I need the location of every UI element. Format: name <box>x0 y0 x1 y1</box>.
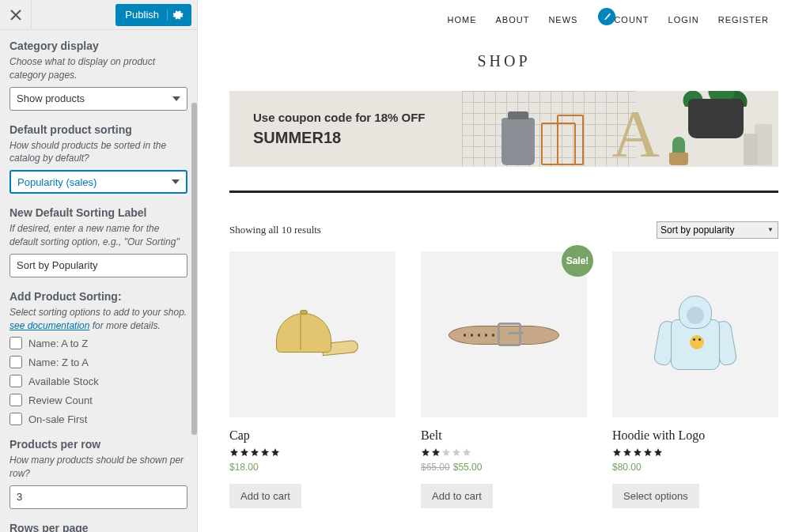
sort-label-desc: If desired, enter a new name for the def… <box>9 222 187 249</box>
checkbox-stock[interactable] <box>9 375 22 387</box>
add-to-cart-button[interactable]: Add to cart <box>421 484 493 508</box>
page-title: SHOP <box>198 52 810 70</box>
label-stock[interactable]: Available Stock <box>28 375 99 387</box>
publish-label: Publish <box>125 9 164 21</box>
product-card[interactable]: Sale! Belt $65.00$55.00 Add to cart <box>421 251 587 508</box>
checkbox-name-za[interactable] <box>9 356 22 368</box>
close-icon <box>10 9 21 21</box>
category-display-heading: Category display <box>9 40 187 52</box>
hoodie-illustration <box>652 291 739 378</box>
products-per-row-desc: How many products should be shown per ro… <box>9 454 187 481</box>
sale-badge: Sale! <box>562 245 593 277</box>
category-display-select[interactable]: Show products <box>9 87 187 111</box>
products-per-row-heading: Products per row <box>9 438 187 451</box>
product-title: Hoodie with Logo <box>612 428 778 443</box>
product-rating <box>229 447 396 457</box>
nav-news[interactable]: NEWS <box>539 10 587 29</box>
label-onsale[interactable]: On-sale First <box>28 413 87 425</box>
result-count: Showing all 10 results <box>229 224 321 236</box>
label-name-az[interactable]: Name: A to Z <box>28 338 88 349</box>
promo-banner: Use coupon code for 18% OFF SUMMER18 A <box>229 91 778 167</box>
checkbox-name-az[interactable] <box>9 337 22 349</box>
label-reviews[interactable]: Review Count <box>28 394 93 406</box>
banner-line2: SUMMER18 <box>253 129 426 147</box>
divider <box>229 191 778 193</box>
sidebar-body[interactable]: Category display Choose what to display … <box>0 30 197 532</box>
select-options-button[interactable]: Select options <box>612 484 699 508</box>
rows-per-page-heading: Rows per page <box>9 522 187 532</box>
product-title: Cap <box>229 428 396 443</box>
add-sorting-desc: Select sorting options to add to your sh… <box>9 306 187 333</box>
shop-sort-select[interactable]: Sort by popularity <box>657 221 778 239</box>
default-sort-select[interactable]: Popularity (sales) <box>9 170 187 194</box>
banner-decor: A <box>462 91 778 167</box>
nav-register[interactable]: REGISTER <box>709 10 778 29</box>
gear-icon <box>167 9 184 21</box>
default-sort-heading: Default product sorting <box>9 123 187 136</box>
product-price: $80.00 <box>612 462 778 473</box>
belt-illustration <box>449 315 559 354</box>
scrollbar-thumb[interactable] <box>191 103 197 435</box>
sort-label-input[interactable] <box>9 254 187 277</box>
product-image <box>229 251 396 417</box>
add-to-cart-button[interactable]: Add to cart <box>229 484 301 508</box>
products-per-row-input[interactable] <box>9 485 187 509</box>
checkbox-onsale[interactable] <box>9 413 22 425</box>
close-button[interactable] <box>0 0 32 30</box>
product-rating <box>421 447 587 457</box>
label-name-za[interactable]: Name: Z to A <box>28 357 89 368</box>
product-title: Belt <box>421 428 587 443</box>
product-price: $65.00$55.00 <box>421 462 587 473</box>
add-sorting-heading: Add Product Sorting: <box>9 290 187 303</box>
product-card[interactable]: Cap $18.00 Add to cart <box>229 251 396 508</box>
documentation-link[interactable]: see documentation <box>9 320 89 331</box>
checkbox-reviews[interactable] <box>9 394 22 406</box>
sidebar-header: Publish <box>0 0 197 30</box>
customizer-sidebar: Publish Category display Choose what to … <box>0 0 198 532</box>
site-nav: HOME ABOUT NEWS COUNT LOGIN REGISTER <box>198 0 810 40</box>
pencil-icon <box>603 13 611 21</box>
default-sort-desc: How should products be sorted in the cat… <box>9 139 187 166</box>
sort-label-heading: New Default Sorting Label <box>9 206 187 219</box>
category-display-desc: Choose what to display on product catego… <box>9 55 187 82</box>
product-card[interactable]: Hoodie with Logo $80.00 Select options <box>612 251 778 508</box>
preview-pane[interactable]: HOME ABOUT NEWS COUNT LOGIN REGISTER SHO… <box>198 0 810 532</box>
cap-illustration <box>265 307 360 362</box>
product-image: Sale! <box>421 251 587 417</box>
nav-home[interactable]: HOME <box>438 10 486 29</box>
nav-login[interactable]: LOGIN <box>659 10 709 29</box>
publish-button[interactable]: Publish <box>115 4 191 26</box>
nav-about[interactable]: ABOUT <box>486 10 539 29</box>
product-image <box>612 251 778 417</box>
banner-line1: Use coupon code for 18% OFF <box>253 111 426 124</box>
product-rating <box>612 447 778 457</box>
product-price: $18.00 <box>229 462 396 473</box>
